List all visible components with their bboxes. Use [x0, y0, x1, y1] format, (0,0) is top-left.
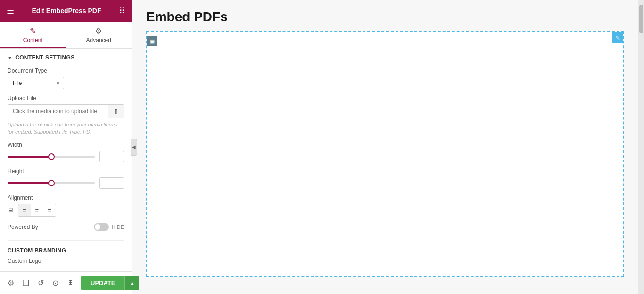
upload-hint: Upload a file or pick one from your medi… — [8, 121, 124, 136]
upload-area[interactable]: ⬆ — [8, 104, 124, 118]
embed-canvas: + ⠿ ✕ ▣ ✎ — [146, 31, 624, 277]
alignment-monitor-icon: 🖥 — [8, 206, 14, 214]
advanced-tab-icon: ⚙ — [95, 26, 102, 35]
height-slider-row: 600 — [8, 177, 124, 189]
settings-icon[interactable]: ⚙ — [6, 277, 16, 289]
document-type-dropdown[interactable]: File URL ▼ — [8, 77, 64, 89]
sidebar-tabs: ✎ Content ⚙ Advanced — [0, 22, 132, 49]
alignment-row: 🖥 ≡ ≡ ≡ — [8, 204, 124, 217]
main-area: Embed PDFs + ⠿ ✕ ▣ ✎ — [132, 0, 638, 294]
hamburger-icon[interactable]: ☰ — [7, 6, 14, 16]
scrollbar-thumb — [639, 5, 643, 33]
height-label: Height — [8, 168, 124, 175]
align-buttons: ≡ ≡ ≡ — [18, 204, 56, 217]
width-label: Width — [8, 142, 124, 148]
grid-icon[interactable]: ⠿ — [119, 6, 125, 16]
width-value-input[interactable]: 600 — [99, 151, 124, 162]
canvas-area: + ⠿ ✕ ▣ ✎ — [132, 31, 638, 294]
toggle-text: HIDE — [112, 224, 124, 230]
content-tab-label: Content — [23, 37, 43, 43]
alignment-label: Alignment — [8, 194, 124, 201]
eye-icon[interactable]: 👁 — [65, 277, 76, 289]
upload-media-icon[interactable]: ⬆ — [108, 105, 124, 118]
sidebar-content: ▼ Content Settings Document Type File UR… — [0, 49, 132, 271]
collapse-handle[interactable]: ◀ — [131, 139, 137, 156]
undo-icon[interactable]: ↺ — [36, 277, 46, 289]
layers-icon[interactable]: ❑ — [21, 277, 31, 289]
sidebar-footer: ⚙ ❑ ↺ ⊙ 👁 UPDATE ▲ — [0, 271, 132, 294]
upload-file-label: Upload File — [8, 95, 124, 101]
document-type-label: Document Type — [8, 67, 124, 74]
width-slider-row: 600 — [8, 151, 124, 162]
document-type-select[interactable]: File URL — [8, 77, 64, 89]
align-right-btn[interactable]: ≡ — [43, 204, 56, 216]
align-center-btn[interactable]: ≡ — [31, 204, 44, 216]
upload-input[interactable] — [8, 105, 108, 118]
outer-scrollbar[interactable] — [638, 0, 644, 294]
edit-handle[interactable]: ✎ — [612, 32, 623, 43]
sidebar: ☰ Edit EmbedPress PDF ⠿ ✎ Content ⚙ Adva… — [0, 0, 132, 294]
content-settings-label: Content Settings — [15, 54, 74, 61]
advanced-tab-label: Advanced — [86, 37, 111, 43]
custom-logo-label: Custom Logo — [8, 258, 124, 264]
powered-by-row: Powered By HIDE — [8, 223, 124, 231]
width-slider-thumb[interactable] — [48, 153, 55, 160]
content-tab-icon: ✎ — [30, 26, 36, 35]
height-slider-thumb[interactable] — [48, 180, 55, 186]
update-btn-wrap: UPDATE ▲ — [81, 276, 139, 290]
collapse-arrow-icon: ◀ — [132, 144, 136, 150]
height-value-input[interactable]: 600 — [99, 177, 124, 189]
history-icon[interactable]: ⊙ — [50, 277, 60, 289]
page-title: Embed PDFs — [146, 9, 624, 25]
custom-branding-section: Custom Branding Custom Logo — [8, 240, 124, 264]
update-button[interactable]: UPDATE — [81, 276, 124, 290]
sidebar-header: ☰ Edit EmbedPress PDF ⠿ — [0, 0, 132, 22]
content-settings-header: ▼ Content Settings — [8, 54, 124, 61]
page-header: Embed PDFs — [132, 0, 638, 31]
sidebar-title: Edit EmbedPress PDF — [32, 7, 101, 15]
align-left-btn[interactable]: ≡ — [18, 204, 31, 216]
tab-advanced[interactable]: ⚙ Advanced — [66, 22, 132, 48]
width-slider-track[interactable] — [8, 156, 95, 158]
toggle-knob — [95, 224, 100, 230]
column-handle[interactable]: ▣ — [147, 36, 157, 46]
section-arrow-icon: ▼ — [8, 55, 12, 60]
height-slider-fill — [8, 182, 51, 184]
powered-by-toggle[interactable] — [94, 223, 109, 231]
custom-branding-title: Custom Branding — [8, 247, 124, 254]
height-slider-track[interactable] — [8, 182, 95, 184]
update-dropdown-button[interactable]: ▲ — [124, 276, 139, 290]
width-slider-fill — [8, 156, 51, 158]
tab-content[interactable]: ✎ Content — [0, 22, 66, 48]
toggle-wrap: HIDE — [94, 223, 124, 231]
powered-by-label: Powered By — [8, 224, 38, 230]
